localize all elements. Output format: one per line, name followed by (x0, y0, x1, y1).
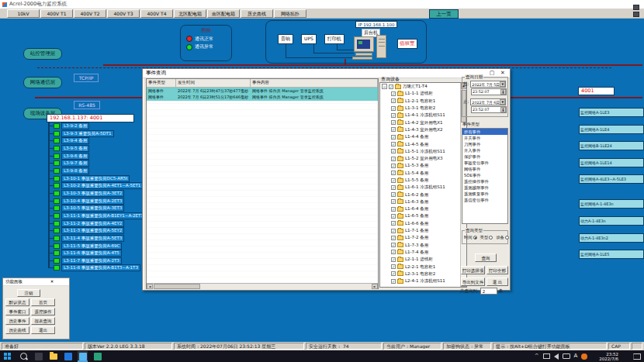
tree-item[interactable]: ✓ L1-4-4 备用 (380, 133, 466, 140)
event-type-option[interactable]: 网络事件 (462, 166, 507, 172)
device-row[interactable]: L3-11-5 事故重要负荷A-69C (48, 243, 152, 250)
top-tab[interactable]: 网络拓扑 (274, 9, 306, 18)
checkbox-checked-icon[interactable]: ✓ (391, 120, 396, 125)
event-type-option[interactable]: SOE事件 (462, 172, 507, 178)
device-row[interactable]: L3-10-5 事故重要负荷A-3ET3 (48, 205, 152, 212)
device-row[interactable]: L3-9-3 重要负荷A-5DT1 (48, 130, 152, 138)
column-header[interactable]: 事件内容 (251, 79, 378, 87)
checkbox-checked-icon[interactable]: ✓ (391, 192, 396, 197)
previous-page-button[interactable]: 上一页 (429, 9, 459, 19)
event-table-row[interactable]: 网络事件 2022年 7月 6日23时51分17秒646毫秒 网络事件 操作员 … (147, 94, 378, 100)
network-node-box[interactable]: 动力A-1-4E3n2 (579, 233, 644, 243)
device-row[interactable]: L3-11-3 事故重要负荷A-5EY2 (48, 227, 152, 235)
network-node-box[interactable]: 监控网络A-1LE14 (579, 158, 644, 167)
top-tab[interactable]: 10kV (7, 9, 40, 18)
tree-item[interactable]: ✓ L1-1-1 进线柜 (380, 90, 466, 97)
event-type-option[interactable]: 开关事件 (462, 135, 507, 141)
clock[interactable]: 23:52 2022/7/6 (599, 352, 618, 361)
checkbox-checked-icon[interactable]: ✓ (391, 207, 396, 212)
network-icon[interactable] (543, 353, 550, 359)
network-node-box[interactable]: 监控网络A-1LE3 (579, 108, 644, 117)
tree-item[interactable]: ✓ L1-4-2 室外用电X1 (380, 119, 466, 126)
checkbox-checked-icon[interactable]: ✓ (391, 264, 396, 269)
device-row[interactable]: L3-11-2 事故重要负荷A-4EY2 (48, 220, 152, 228)
checkbox-checked-icon[interactable]: ✓ (389, 84, 393, 89)
checkbox-checked-icon[interactable]: ✓ (391, 185, 396, 190)
checkbox-checked-icon[interactable]: ✓ (391, 229, 396, 233)
touch-keyboard-icon[interactable] (563, 353, 570, 359)
history-curve-button[interactable]: 历史曲线 (5, 326, 29, 334)
checkbox-checked-icon[interactable]: ✓ (391, 164, 396, 168)
checkbox-checked-icon[interactable]: ✓ (391, 199, 396, 204)
tree-item[interactable]: ✓ L1-7-2 备用 (380, 234, 466, 241)
network-node-box[interactable]: 动力A-1-4E3n (579, 216, 644, 226)
tree-item[interactable]: ✓ L2-1-1 进线柜 (380, 256, 466, 263)
checkbox-checked-icon[interactable]: ✓ (391, 106, 396, 111)
network-node-box[interactable]: 监控网络B-1LE24 (579, 141, 644, 150)
tree-item[interactable]: ✓ L1-7-3 备用 (380, 242, 466, 249)
checkbox-checked-icon[interactable]: ✓ (391, 98, 396, 103)
device-row[interactable]: L3-10-1 事故重要负荷DC5-AR5t (48, 175, 152, 183)
device-row[interactable]: L3-10-3 事故重要负荷A-3ET2 (48, 190, 152, 198)
tree-item[interactable]: ✓ L1-4-3 室外用电X2 (380, 126, 466, 133)
checkbox-checked-icon[interactable]: ✓ (391, 142, 396, 147)
device-row[interactable]: L3-9-2 备用 (48, 122, 152, 130)
spinner-icon[interactable]: ▲▼ (500, 89, 506, 95)
to-date-combobox[interactable]: 2022年 7月 6日 ▼ (470, 98, 506, 105)
event-table-row[interactable]: 网络事件 2022年 7月 6日23时47分37秒477毫秒 网络事件 操作员 … (147, 88, 378, 94)
scroll-thumb[interactable] (154, 284, 200, 289)
history-events-button[interactable]: 历史事件 (5, 317, 29, 325)
tree-item[interactable]: ✓ L1-7-4 备用 (380, 249, 466, 256)
tree-item[interactable]: ✓ L1-6-4 备用 (380, 205, 466, 212)
default-state-button[interactable]: 默认状态 (5, 298, 29, 306)
tree-item[interactable]: ✓ L1-6-1 冷冻机组S11 (380, 184, 466, 191)
checkbox-checked-icon[interactable]: ✓ (391, 257, 396, 262)
dialog-titlebar[interactable]: 事件查询 ▢ ✕ (143, 69, 510, 78)
checkbox-checked-icon[interactable]: ✓ (391, 178, 396, 183)
radio-icon[interactable] (489, 236, 493, 240)
query-type-option[interactable]: 时间 (464, 235, 477, 240)
print-selected-button[interactable]: 打印选择项 (461, 266, 485, 274)
close-icon[interactable]: ✕ (36, 278, 68, 286)
logout-button[interactable]: 注销 (17, 289, 40, 297)
checkbox-checked-icon[interactable]: ✓ (391, 214, 396, 219)
spinner-icon[interactable]: ▲▼ (500, 107, 506, 112)
tray-expand-icon[interactable]: ^ (535, 353, 539, 359)
device-row[interactable]: L3-10-2 事故重要负荷A-4ET1~A-5ET1 (48, 182, 152, 190)
device-row[interactable]: L3-11-8 事故重要负荷A-B1T3~A-1T3 (48, 264, 152, 272)
event-type-option[interactable]: 保护事件 (462, 153, 507, 160)
tree-root-row[interactable]: − ✓ 万隆汇T1-T4 (380, 83, 466, 90)
query-button[interactable]: 查询 (475, 253, 497, 262)
event-type-option[interactable]: 刀闸事件 (462, 141, 507, 147)
checkbox-checked-icon[interactable]: ✓ (391, 271, 396, 276)
query-type-option[interactable]: 设备 (496, 235, 509, 240)
device-row[interactable]: L3-11-1 事故重要负荷A-B1EY1~A-2ET1 (48, 212, 152, 220)
checkbox-checked-icon[interactable]: ✓ (391, 135, 396, 140)
device-row[interactable]: L3-9-5 备用 (48, 145, 152, 153)
tree-item[interactable]: ✓ L1-5-4 备用 (380, 170, 466, 177)
tree-item[interactable]: ✓ L1-5-2 室外用电X3 (380, 155, 466, 162)
scroll-right-icon[interactable]: ► (372, 284, 378, 289)
volume-icon[interactable] (554, 353, 559, 360)
exit-button[interactable]: 退 出 (486, 278, 508, 286)
ime-indicator[interactable]: A (574, 353, 578, 359)
chevron-down-icon[interactable]: ▼ (500, 81, 505, 87)
tree-item[interactable]: ✓ L1-4-1 冷冻机组S11 (380, 112, 466, 119)
device-row[interactable]: L3-9-4 备用 (48, 137, 152, 145)
radio-icon[interactable] (473, 236, 477, 240)
horizontal-scrollbar[interactable]: ◄ ► (147, 283, 378, 289)
top-tab[interactable]: 400V T3 (107, 9, 140, 18)
event-window-button[interactable]: 事件窗口 (5, 308, 29, 315)
checkbox-checked-icon[interactable]: ✓ (391, 113, 396, 118)
tree-item[interactable]: ✓ L1-4-5 备用 (380, 140, 466, 147)
checkbox-checked-icon[interactable]: ✓ (391, 91, 396, 96)
event-type-option[interactable]: 所有事件 (462, 129, 507, 135)
from-date-combobox[interactable]: 2022年 7月 5日 ▼ (470, 81, 506, 88)
remote-control-button[interactable]: 遥控操作 (31, 308, 55, 315)
checkbox-checked-icon[interactable]: ✓ (391, 171, 396, 175)
device-row[interactable]: L3-10-4 事故重要负荷A-2ET3 (48, 198, 152, 205)
device-row[interactable]: L3-9-6 备用 (48, 153, 152, 160)
close-icon[interactable]: ✕ (497, 70, 508, 78)
top-tab[interactable]: 400V T1 (40, 9, 73, 18)
device-row[interactable]: L3-11-4 事故重要负荷A-5ET3 (48, 235, 152, 243)
